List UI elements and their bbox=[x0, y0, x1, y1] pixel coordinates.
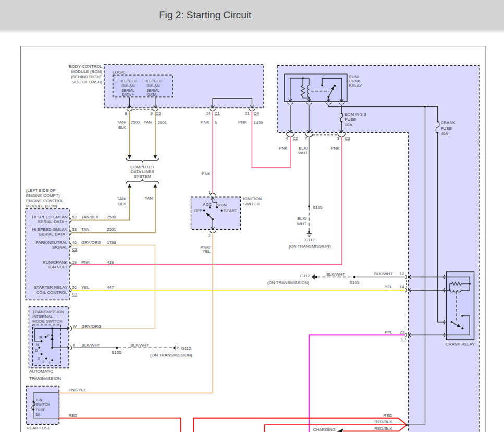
svg-text:3: 3 bbox=[38, 356, 40, 361]
svg-text:ENGINE COMPT): ENGINE COMPT) bbox=[26, 193, 60, 198]
svg-text:LOGIC: LOGIC bbox=[113, 70, 126, 75]
svg-text:7: 7 bbox=[305, 136, 308, 141]
svg-text:PNK: PNK bbox=[201, 120, 210, 125]
svg-text:ENGINE CONTROL: ENGINE CONTROL bbox=[26, 199, 64, 203]
svg-text:33: 33 bbox=[72, 227, 77, 232]
svg-text:1786: 1786 bbox=[107, 240, 116, 245]
svg-text:(BEHIND RIGHT: (BEHIND RIGHT bbox=[71, 75, 102, 79]
svg-text:MODE SWITCH: MODE SWITCH bbox=[32, 319, 63, 324]
svg-text:SERIAL DATA +: SERIAL DATA + bbox=[38, 219, 68, 224]
svg-text:IGNITION: IGNITION bbox=[243, 196, 262, 201]
svg-text:IGN VOLT: IGN VOLT bbox=[48, 265, 68, 269]
svg-text:RUN: RUN bbox=[218, 203, 227, 207]
svg-text:(ON TRANSMISSION): (ON TRANSMISSION) bbox=[267, 280, 310, 285]
svg-text:2501: 2501 bbox=[107, 227, 116, 232]
svg-text:(ON TRANSMISSION): (ON TRANSMISSION) bbox=[289, 244, 331, 249]
svg-text:G112: G112 bbox=[300, 274, 311, 278]
svg-text:FUSE: FUSE bbox=[36, 408, 46, 412]
svg-text:PNK: PNK bbox=[238, 120, 247, 125]
svg-text:TRANSMISSION: TRANSMISSION bbox=[32, 310, 64, 314]
svg-text:HI SPEED: HI SPEED bbox=[119, 79, 137, 83]
svg-text:BLK/WHT: BLK/WHT bbox=[374, 271, 393, 276]
svg-text:W: W bbox=[73, 324, 77, 329]
svg-text:46: 46 bbox=[72, 240, 77, 245]
svg-text:YEL: YEL bbox=[81, 285, 90, 290]
svg-text:FUSE: FUSE bbox=[345, 117, 356, 122]
svg-text:RUN/CRANK: RUN/CRANK bbox=[43, 260, 68, 265]
svg-text:9: 9 bbox=[151, 111, 153, 116]
svg-text:OFF: OFF bbox=[194, 208, 202, 213]
svg-text:CRANK RELAY: CRANK RELAY bbox=[446, 342, 475, 347]
svg-text:1: 1 bbox=[49, 361, 52, 365]
svg-text:INTERNAL: INTERNAL bbox=[32, 314, 53, 319]
svg-text:53: 53 bbox=[72, 215, 77, 219]
svg-text:WHT: WHT bbox=[297, 221, 306, 226]
svg-text:BLK/WHT: BLK/WHT bbox=[326, 272, 345, 277]
svg-text:2: 2 bbox=[208, 233, 211, 238]
svg-text:IGN: IGN bbox=[36, 398, 42, 402]
svg-text:14: 14 bbox=[400, 285, 404, 289]
svg-text:YEL: YEL bbox=[385, 285, 393, 289]
svg-text:8: 8 bbox=[125, 111, 128, 116]
svg-text:C2: C2 bbox=[293, 136, 299, 141]
svg-text:MODULE (BCM): MODULE (BCM) bbox=[71, 69, 102, 74]
svg-text:3: 3 bbox=[215, 120, 217, 125]
svg-text:D: D bbox=[35, 348, 38, 353]
svg-text:12: 12 bbox=[400, 271, 404, 276]
svg-text:PNK: PNK bbox=[331, 146, 340, 151]
svg-text:DATA LINES: DATA LINES bbox=[131, 169, 154, 174]
svg-text:BODY CONTROL: BODY CONTROL bbox=[69, 64, 102, 69]
svg-text:5A: 5A bbox=[36, 413, 41, 416]
svg-text:447: 447 bbox=[107, 285, 114, 290]
svg-text:40A: 40A bbox=[441, 131, 449, 136]
svg-text:ECM ING 3: ECM ING 3 bbox=[345, 112, 366, 117]
svg-text:S105: S105 bbox=[313, 205, 323, 210]
svg-text:FUSE: FUSE bbox=[441, 126, 452, 131]
svg-text:C4: C4 bbox=[254, 111, 260, 116]
svg-text:BLK/: BLK/ bbox=[298, 216, 307, 221]
svg-text:C3: C3 bbox=[156, 111, 162, 116]
svg-text:ACC: ACC bbox=[203, 202, 212, 207]
svg-text:K: K bbox=[73, 343, 76, 348]
svg-text:BLK/WHT: BLK/WHT bbox=[130, 343, 149, 348]
svg-text:MODULE (ECM): MODULE (ECM) bbox=[26, 204, 57, 208]
svg-text:GRY/ORG: GRY/ORG bbox=[82, 324, 102, 329]
svg-text:COMPUTER: COMPUTER bbox=[130, 165, 154, 169]
svg-text:SWITCH: SWITCH bbox=[243, 202, 260, 206]
svg-text:AUTOMATIC: AUTOMATIC bbox=[29, 369, 54, 374]
svg-text:(ON TRANSMISSION): (ON TRANSMISSION) bbox=[150, 353, 192, 357]
svg-text:4: 4 bbox=[286, 136, 288, 141]
svg-text:PNK/YEL: PNK/YEL bbox=[69, 388, 87, 392]
svg-text:STARTER RELAY: STARTER RELAY bbox=[34, 285, 68, 290]
svg-text:TAN/BLK: TAN/BLK bbox=[81, 215, 99, 219]
svg-text:2501: 2501 bbox=[158, 120, 167, 125]
svg-text:2500: 2500 bbox=[131, 120, 140, 125]
svg-text:1439: 1439 bbox=[254, 120, 263, 125]
svg-text:TAN/: TAN/ bbox=[117, 120, 126, 125]
svg-text:SIGNAL: SIGNAL bbox=[52, 245, 68, 250]
svg-text:TRANSMISSION: TRANSMISSION bbox=[29, 376, 61, 381]
svg-text:N: N bbox=[36, 342, 39, 347]
svg-text:GMLAN: GMLAN bbox=[121, 84, 134, 88]
svg-text:CHARGING: CHARGING bbox=[313, 427, 336, 432]
svg-text:R: R bbox=[40, 335, 43, 340]
svg-text:C3: C3 bbox=[345, 136, 351, 141]
svg-text:HI SPEED: HI SPEED bbox=[144, 79, 162, 83]
svg-text:START: START bbox=[224, 208, 238, 213]
svg-text:HI SPEED GMLAN: HI SPEED GMLAN bbox=[32, 227, 67, 232]
svg-text:REAR FUSE: REAR FUSE bbox=[27, 426, 51, 430]
svg-text:WHT: WHT bbox=[298, 151, 308, 155]
svg-text:SIDE OF DASH): SIDE OF DASH) bbox=[71, 80, 102, 84]
svg-text:P: P bbox=[47, 334, 50, 338]
svg-text:HI SPEED GMLAN: HI SPEED GMLAN bbox=[32, 215, 67, 219]
svg-text:PNK: PNK bbox=[202, 171, 211, 176]
svg-text:C1: C1 bbox=[72, 292, 78, 297]
svg-text:S105: S105 bbox=[112, 350, 121, 355]
svg-text:SERIAL DATA -: SERIAL DATA - bbox=[39, 232, 68, 237]
svg-text:C1: C1 bbox=[215, 111, 220, 116]
svg-text:RED: RED bbox=[69, 413, 78, 418]
svg-text:YEL: YEL bbox=[202, 249, 211, 254]
svg-text:RED: RED bbox=[384, 413, 392, 418]
svg-text:2: 2 bbox=[42, 360, 45, 364]
svg-text:BLK: BLK bbox=[118, 202, 127, 206]
